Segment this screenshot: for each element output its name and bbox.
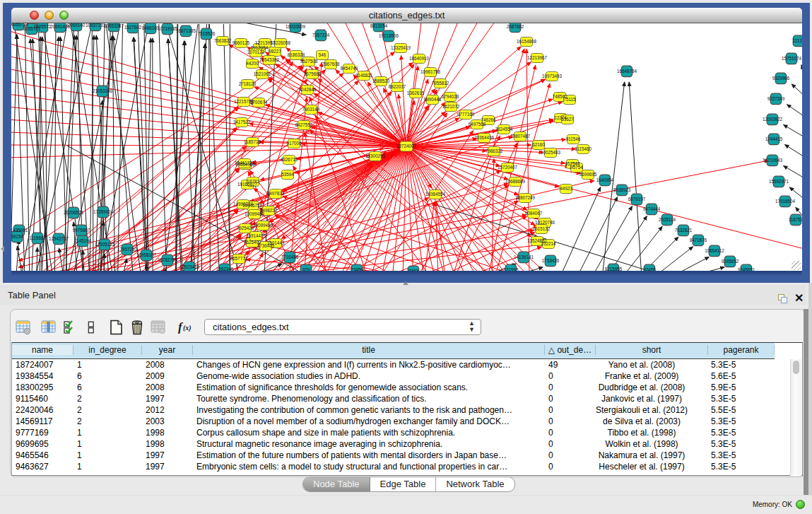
svg-text:746266: 746266: [481, 117, 496, 122]
svg-text:17957253: 17957253: [117, 247, 138, 252]
svg-text:53627: 53627: [561, 117, 574, 122]
svg-text:8427552: 8427552: [295, 122, 313, 127]
svg-text:15692971: 15692971: [769, 179, 789, 184]
svg-text:16154808: 16154808: [517, 39, 537, 44]
svg-text:3716485: 3716485: [281, 255, 299, 259]
svg-text:9660125: 9660125: [233, 40, 250, 45]
svg-text:9699695: 9699695: [579, 172, 597, 177]
svg-text:15751074: 15751074: [782, 56, 802, 61]
svg-text:12505135: 12505135: [95, 242, 115, 247]
svg-text:2935114: 2935114: [659, 217, 676, 222]
svg-text:546: 546: [319, 52, 326, 57]
svg-text:8938923: 8938923: [613, 187, 631, 192]
svg-text:1185718: 1185718: [244, 139, 261, 144]
svg-text:12093822: 12093822: [763, 117, 783, 122]
svg-text:9084067: 9084067: [525, 211, 543, 216]
svg-text:23456: 23456: [351, 267, 363, 271]
svg-text:9242848: 9242848: [299, 87, 317, 92]
svg-text:10543362: 10543362: [259, 57, 280, 62]
svg-text:62160: 62160: [532, 142, 545, 147]
svg-text:4326713: 4326713: [281, 157, 298, 162]
svg-text:2069140: 2069140: [68, 23, 86, 28]
svg-text:1733426: 1733426: [542, 258, 560, 263]
svg-text:3675685: 3675685: [304, 71, 322, 76]
svg-text:9474444: 9474444: [643, 206, 661, 211]
svg-text:1417522: 1417522: [233, 119, 251, 124]
svg-text:7515526: 7515526: [198, 31, 216, 36]
svg-text:44923: 44923: [560, 186, 572, 191]
svg-text:1700674: 1700674: [250, 100, 268, 105]
svg-text:8063: 8063: [408, 269, 419, 271]
svg-text:(x): (x): [183, 324, 192, 332]
svg-text:7357224: 7357224: [312, 33, 330, 37]
svg-text:2867608: 2867608: [322, 62, 340, 66]
svg-text:10937191: 10937191: [86, 23, 106, 28]
svg-text:16782759: 16782759: [158, 257, 178, 262]
svg-text:53594: 53594: [281, 172, 294, 177]
svg-text:6497568: 6497568: [469, 122, 486, 127]
svg-text:9975867: 9975867: [73, 228, 90, 233]
svg-text:1527602: 1527602: [124, 25, 142, 30]
svg-text:2687682: 2687682: [507, 24, 524, 29]
svg-text:10653267: 10653267: [104, 23, 124, 28]
svg-text:17016504: 17016504: [775, 199, 796, 204]
svg-text:7803144: 7803144: [302, 107, 320, 112]
svg-text:7925420: 7925420: [237, 226, 254, 230]
svg-text:1621072: 1621072: [442, 104, 460, 109]
svg-text:19218506: 19218506: [379, 33, 399, 38]
svg-text:116753: 116753: [789, 217, 802, 222]
svg-text:252214: 252214: [541, 241, 556, 246]
svg-text:15720407: 15720407: [498, 165, 518, 170]
svg-text:18640910: 18640910: [409, 56, 430, 61]
svg-text:10958107: 10958107: [136, 252, 157, 257]
svg-text:7955812: 7955812: [432, 81, 449, 86]
svg-text:92456: 92456: [643, 267, 656, 271]
svg-text:2718128: 2718128: [239, 81, 257, 86]
svg-text:12923468: 12923468: [180, 264, 200, 269]
svg-text:1145194: 1145194: [74, 238, 92, 243]
svg-text:9245652: 9245652: [722, 259, 739, 264]
svg-text:10654112: 10654112: [705, 248, 724, 253]
svg-text:8215955: 8215955: [605, 267, 623, 271]
svg-text:1362615: 1362615: [407, 90, 425, 95]
svg-text:9115460: 9115460: [575, 146, 592, 151]
svg-text:8471676: 8471676: [690, 238, 707, 243]
svg-text:9527508: 9527508: [300, 59, 318, 64]
svg-text:14099489: 14099489: [253, 223, 273, 228]
svg-text:8990448: 8990448: [424, 97, 442, 102]
svg-text:9227349: 9227349: [767, 96, 785, 101]
svg-text:10120746: 10120746: [535, 220, 555, 225]
svg-text:10807487: 10807487: [510, 134, 531, 139]
svg-text:16671385: 16671385: [176, 28, 196, 33]
svg-text:20364436: 20364436: [474, 135, 495, 140]
svg-text:9245651: 9245651: [738, 267, 755, 271]
svg-text:917006: 917006: [286, 141, 302, 146]
svg-text:10099482: 10099482: [245, 211, 265, 216]
svg-text:9657771: 9657771: [230, 256, 248, 261]
svg-text:19384554: 19384554: [425, 192, 446, 197]
svg-text:18781: 18781: [247, 179, 259, 184]
svg-text:10719185: 10719185: [158, 26, 178, 31]
svg-text:18300295: 18300295: [365, 153, 386, 158]
svg-text:3624554: 3624554: [495, 127, 513, 132]
svg-text:1115682: 1115682: [29, 235, 46, 240]
svg-text:14136141: 14136141: [514, 255, 534, 259]
svg-text:929: 929: [302, 267, 310, 271]
svg-text:12942737: 12942737: [49, 236, 69, 241]
svg-text:1640954: 1640954: [596, 177, 614, 182]
svg-text:8822037: 8822037: [389, 84, 406, 89]
svg-text:3497833: 3497833: [267, 191, 285, 196]
svg-text:12213957: 12213957: [255, 40, 276, 45]
svg-text:20206576: 20206576: [64, 210, 84, 215]
svg-text:9329966: 9329966: [772, 76, 790, 81]
svg-text:8454749: 8454749: [341, 66, 358, 71]
svg-text:7663822: 7663822: [214, 38, 232, 43]
svg-text:17359924: 17359924: [93, 209, 114, 214]
svg-text:10973493: 10973493: [542, 74, 563, 78]
svg-text:16033809: 16033809: [286, 24, 306, 29]
svg-text:8813054: 8813054: [370, 23, 388, 28]
svg-text:98227: 98227: [269, 49, 281, 54]
svg-text:13325419: 13325419: [391, 45, 411, 50]
svg-text:39154: 39154: [11, 234, 23, 239]
svg-text:16210643: 16210643: [763, 158, 783, 163]
